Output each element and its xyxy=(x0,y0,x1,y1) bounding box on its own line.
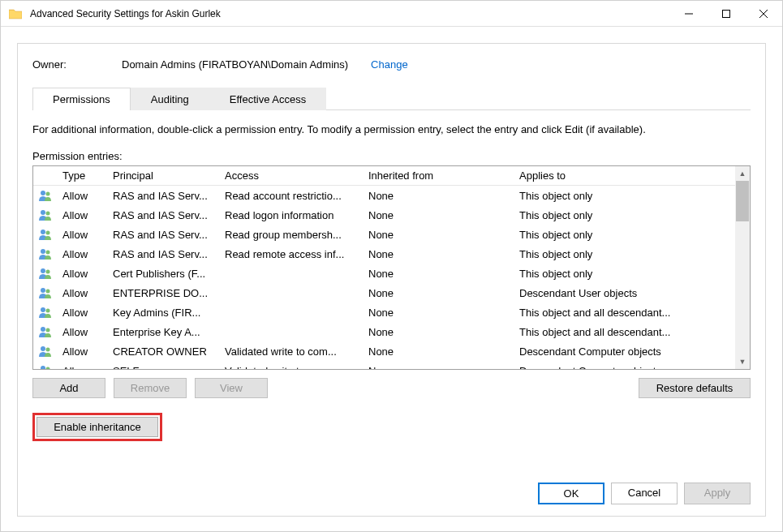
cell-access: Read group membersh... xyxy=(220,229,364,241)
titlebar: Advanced Security Settings for Askin Gur… xyxy=(1,1,782,27)
table-row[interactable]: AllowCert Publishers (F...NoneThis objec… xyxy=(33,264,750,283)
table-body: AllowRAS and IAS Serv...Read account res… xyxy=(33,186,750,369)
principal-icon xyxy=(33,307,58,318)
view-button[interactable]: View xyxy=(195,378,268,398)
svg-point-23 xyxy=(46,367,50,370)
table-row[interactable]: AllowSELFValidated write to com...NoneDe… xyxy=(33,361,750,369)
table-row[interactable]: AllowRAS and IAS Serv...Read logon infor… xyxy=(33,205,750,225)
cell-principal: RAS and IAS Serv... xyxy=(108,190,220,202)
table-row[interactable]: AllowCREATOR OWNERValidated write to com… xyxy=(33,341,750,361)
cell-principal: CREATOR OWNER xyxy=(108,345,220,358)
cell-principal: Cert Publishers (F... xyxy=(108,268,220,280)
owner-value: Domain Admins (FIRATBOYAN\Domain Admins) xyxy=(122,58,348,71)
table-row[interactable]: AllowEnterprise Key A...NoneThis object … xyxy=(33,322,750,341)
cell-principal: ENTERPRISE DO... xyxy=(108,287,220,299)
cell-inherited: None xyxy=(364,229,514,241)
cell-type: Allow xyxy=(58,209,108,221)
svg-point-7 xyxy=(46,212,50,216)
cell-inherited: None xyxy=(364,326,514,338)
svg-rect-1 xyxy=(723,10,730,17)
cell-inherited: None xyxy=(364,190,514,202)
tab-auditing[interactable]: Auditing xyxy=(131,88,209,110)
cell-principal: RAS and IAS Serv... xyxy=(108,248,220,260)
principal-icon xyxy=(33,365,58,369)
svg-point-14 xyxy=(41,288,45,293)
principal-icon xyxy=(33,345,58,357)
principal-icon xyxy=(33,248,58,260)
svg-point-13 xyxy=(46,270,50,274)
col-type[interactable]: Type xyxy=(58,169,108,182)
cell-access: Validated write to com... xyxy=(220,365,364,370)
owner-row: Owner: Domain Admins (FIRATBOYAN\Domain … xyxy=(32,58,751,71)
enable-inheritance-highlight: Enable inheritance xyxy=(32,413,162,441)
cell-principal: RAS and IAS Serv... xyxy=(108,209,220,221)
table-header: Type Principal Access Inherited from App… xyxy=(33,166,750,186)
cell-inherited: None xyxy=(364,248,514,260)
cell-principal: Enterprise Key A... xyxy=(108,326,220,338)
permission-table: Type Principal Access Inherited from App… xyxy=(32,165,751,370)
scrollbar[interactable]: ▲ ▼ xyxy=(735,166,750,369)
cell-access: Read logon information xyxy=(220,209,364,221)
apply-button[interactable]: Apply xyxy=(684,483,751,504)
scroll-up-icon[interactable]: ▲ xyxy=(735,166,750,181)
tab-effective-access[interactable]: Effective Access xyxy=(209,88,326,110)
cell-applies: Descendant Computer objects xyxy=(514,365,735,370)
svg-point-18 xyxy=(41,327,45,332)
cell-applies: This object only xyxy=(514,268,735,280)
principal-icon xyxy=(33,229,58,240)
tabs: Permissions Auditing Effective Access xyxy=(32,87,751,110)
cell-type: Allow xyxy=(58,307,108,319)
cell-type: Allow xyxy=(58,190,108,202)
cell-applies: This object only xyxy=(514,229,735,241)
enable-inheritance-button[interactable]: Enable inheritance xyxy=(37,417,158,437)
cancel-button[interactable]: Cancel xyxy=(611,483,678,504)
table-row[interactable]: AllowRAS and IAS Serv...Read group membe… xyxy=(33,225,750,244)
svg-point-17 xyxy=(46,309,50,313)
svg-point-8 xyxy=(41,230,45,234)
svg-point-21 xyxy=(46,348,50,352)
cell-inherited: None xyxy=(364,307,514,319)
svg-point-9 xyxy=(46,231,50,235)
cell-principal: SELF xyxy=(108,365,220,370)
principal-icon xyxy=(33,287,58,298)
cell-applies: Descendant Computer objects xyxy=(514,345,735,358)
cell-type: Allow xyxy=(58,268,108,280)
table-row[interactable]: AllowENTERPRISE DO...NoneDescendant User… xyxy=(33,283,750,302)
close-button[interactable] xyxy=(745,1,782,26)
remove-button[interactable]: Remove xyxy=(114,378,187,398)
scroll-down-icon[interactable]: ▼ xyxy=(735,354,750,369)
owner-label: Owner: xyxy=(32,58,122,71)
svg-point-12 xyxy=(41,268,45,273)
restore-defaults-button[interactable]: Restore defaults xyxy=(639,378,751,398)
change-owner-link[interactable]: Change xyxy=(371,58,408,71)
col-applies[interactable]: Applies to xyxy=(514,169,735,182)
window-title: Advanced Security Settings for Askin Gur… xyxy=(30,8,670,19)
table-row[interactable]: AllowRAS and IAS Serv...Read remote acce… xyxy=(33,244,750,264)
col-principal[interactable]: Principal xyxy=(108,169,220,182)
table-row[interactable]: AllowRAS and IAS Serv...Read account res… xyxy=(33,186,750,205)
add-button[interactable]: Add xyxy=(32,378,105,398)
minimize-button[interactable] xyxy=(670,1,708,26)
cell-inherited: None xyxy=(364,365,514,370)
principal-icon xyxy=(33,268,58,279)
scroll-thumb[interactable] xyxy=(736,181,749,221)
cell-applies: This object only xyxy=(514,209,735,221)
cell-principal: RAS and IAS Serv... xyxy=(108,229,220,241)
ok-button[interactable]: OK xyxy=(538,483,604,504)
svg-point-19 xyxy=(46,328,50,332)
col-access[interactable]: Access xyxy=(220,169,364,182)
cell-type: Allow xyxy=(58,248,108,260)
cell-inherited: None xyxy=(364,287,514,299)
svg-point-5 xyxy=(46,192,50,196)
cell-type: Allow xyxy=(58,345,108,358)
maximize-button[interactable] xyxy=(708,1,745,26)
cell-applies: Descendant User objects xyxy=(514,287,735,299)
info-text: For additional information, double-click… xyxy=(32,123,751,135)
cell-applies: This object only xyxy=(514,190,735,202)
cell-type: Allow xyxy=(58,326,108,338)
col-inherited[interactable]: Inherited from xyxy=(364,169,514,182)
table-row[interactable]: AllowKey Admins (FIR...NoneThis object a… xyxy=(33,302,750,322)
cell-applies: This object and all descendant... xyxy=(514,307,735,319)
main-panel: Owner: Domain Admins (FIRATBOYAN\Domain … xyxy=(17,43,766,517)
tab-permissions[interactable]: Permissions xyxy=(32,88,131,110)
